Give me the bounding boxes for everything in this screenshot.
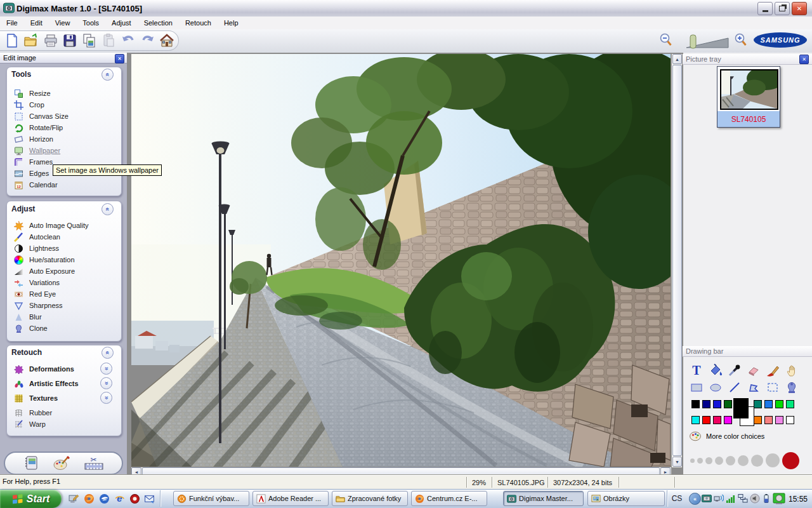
title-bar[interactable]: Digimax Master 1.0 - [SL740105] ✕ <box>0 0 812 17</box>
line-tool[interactable] <box>727 380 742 395</box>
color-swatch[interactable] <box>691 400 700 408</box>
stamp-tool[interactable] <box>784 380 799 395</box>
polygon-tool[interactable] <box>746 380 761 395</box>
brush-size-dot[interactable] <box>726 456 735 465</box>
sidebar-item-autoclean[interactable]: Autoclean <box>14 232 60 242</box>
menu-tools[interactable]: Tools <box>76 17 105 29</box>
color-swatch[interactable] <box>754 400 762 408</box>
eraser-tool[interactable] <box>746 363 761 378</box>
sidebar-item-resize[interactable]: Resize <box>14 88 51 98</box>
sidebar-item-sharpness[interactable]: Sharpness <box>14 300 63 311</box>
textures-expand-button[interactable]: « <box>100 392 112 404</box>
brush-size-dot[interactable] <box>697 458 703 464</box>
rectangle-tool[interactable] <box>689 380 704 395</box>
wallpaper-home-button[interactable] <box>159 32 176 49</box>
menu-edit[interactable]: Edit <box>24 17 49 29</box>
eyedropper-tool[interactable] <box>727 363 742 378</box>
sidebar-item-wallpaper[interactable]: Wallpaper <box>14 145 60 156</box>
deformations-expand-button[interactable]: « <box>100 363 112 375</box>
edit-image-close-button[interactable]: ✕ <box>115 54 124 64</box>
sidebar-item-hue-saturation[interactable]: Hue/saturation <box>14 255 75 265</box>
color-swatch[interactable] <box>775 416 783 424</box>
sidebar-item-canvas-size[interactable]: Canvas Size <box>14 111 69 121</box>
close-button[interactable]: ✕ <box>792 2 807 15</box>
quick-launch-firefox[interactable] <box>84 493 95 504</box>
brush-size-dot[interactable] <box>738 455 749 466</box>
vertical-scroll-thumb[interactable] <box>672 65 682 456</box>
scroll-up-button[interactable]: ▲ <box>672 54 682 64</box>
tray-network-icon[interactable] <box>738 493 748 504</box>
tray-collapse-button[interactable]: « <box>689 493 701 505</box>
adjust-collapse-button[interactable]: « <box>102 203 114 215</box>
color-swatch[interactable] <box>691 416 700 424</box>
taskbar-button-zpracovane-fotky[interactable]: Zpracované fotky <box>332 491 408 506</box>
sidebar-item-warp[interactable]: Warp <box>14 419 46 429</box>
taskbar-button-adobe-reader[interactable]: Adobe Reader ... <box>252 491 329 506</box>
color-swatch[interactable] <box>702 416 710 424</box>
sidebar-item-auto-image-quality[interactable]: Auto Image Quality <box>14 220 89 231</box>
tray-digimax-icon[interactable] <box>702 493 712 504</box>
color-swatch[interactable] <box>713 416 721 424</box>
sidebar-item-deformations[interactable]: Deformations <box>14 364 74 374</box>
color-swatch[interactable] <box>724 400 732 408</box>
taskbar-button-obrazky[interactable]: Obrázky <box>587 491 665 506</box>
menu-file[interactable]: File <box>0 17 24 29</box>
brush-size-dot[interactable] <box>766 453 780 467</box>
edit-mode-button[interactable] <box>53 455 70 472</box>
color-swatch[interactable] <box>764 400 773 408</box>
artistic-effects-expand-button[interactable]: « <box>100 377 112 389</box>
color-swatch[interactable] <box>754 416 762 424</box>
undo-button[interactable] <box>120 32 136 49</box>
sidebar-item-edges[interactable]: Edges <box>14 168 49 178</box>
fill-tool[interactable] <box>708 363 723 378</box>
save-button[interactable] <box>62 32 79 49</box>
sidebar-item-red-eye[interactable]: Red Eye <box>14 289 56 299</box>
color-swatch[interactable] <box>724 416 732 424</box>
paste-button[interactable] <box>101 32 117 49</box>
photo-canvas[interactable] <box>131 54 671 467</box>
brush-size-dot-selected[interactable] <box>782 452 799 469</box>
zoom-slider[interactable] <box>686 34 731 51</box>
minimize-button[interactable] <box>757 2 773 15</box>
menu-help[interactable]: Help <box>218 17 245 29</box>
marquee-select-tool[interactable] <box>765 380 780 395</box>
sidebar-item-lightness[interactable]: Lightness <box>14 243 59 253</box>
text-tool[interactable]: T <box>689 363 704 378</box>
picture-tray-thumbnail[interactable]: SL740105 <box>717 66 780 128</box>
quick-launch-red-app[interactable] <box>129 493 140 504</box>
tray-clock[interactable]: 15:55 <box>789 495 808 504</box>
brush-size-dot[interactable] <box>751 455 763 467</box>
menu-selection[interactable]: Selection <box>138 17 179 29</box>
copy-button[interactable] <box>81 32 98 49</box>
brush-tool[interactable] <box>765 363 780 378</box>
tray-wireless-icon[interactable] <box>714 493 724 504</box>
zoom-in-button[interactable] <box>733 32 749 50</box>
color-swatch[interactable] <box>775 400 783 408</box>
sidebar-item-artistic-effects[interactable]: Artistic Effects <box>14 378 79 389</box>
tools-collapse-button[interactable]: « <box>102 69 114 81</box>
sidebar-item-rubber[interactable]: Rubber <box>14 408 52 418</box>
brush-size-dot[interactable] <box>715 457 723 465</box>
tray-battery-icon[interactable] <box>761 493 771 504</box>
foreground-color-swatch[interactable] <box>733 398 749 418</box>
taskbar-button-centrum[interactable]: Centrum.cz E-... <box>411 491 487 506</box>
album-mode-button[interactable] <box>23 455 39 472</box>
menu-adjust[interactable]: Adjust <box>105 17 138 29</box>
color-swatch[interactable] <box>702 400 710 408</box>
sidebar-item-calendar[interactable]: 12Calendar <box>14 180 58 190</box>
color-swatch[interactable] <box>786 416 794 424</box>
video-edit-mode-button[interactable]: ✂ <box>84 457 103 470</box>
sidebar-item-clone[interactable]: Clone <box>14 323 48 333</box>
tray-card-reader-icon[interactable] <box>773 492 785 505</box>
hand-tool[interactable] <box>784 363 799 378</box>
more-color-choices[interactable]: More color choices <box>690 431 764 441</box>
print-button[interactable] <box>43 32 59 49</box>
new-document-button[interactable] <box>4 32 20 49</box>
picture-tray-close-button[interactable]: ✕ <box>799 55 809 64</box>
brush-size-dot[interactable] <box>705 457 712 464</box>
scroll-down-button[interactable]: ▼ <box>672 457 682 467</box>
sidebar-item-horizon[interactable]: Horizon <box>14 134 53 144</box>
ellipse-tool[interactable] <box>708 380 723 395</box>
quick-launch-thunderbird[interactable] <box>99 493 110 504</box>
quick-launch-mail[interactable] <box>144 493 155 504</box>
